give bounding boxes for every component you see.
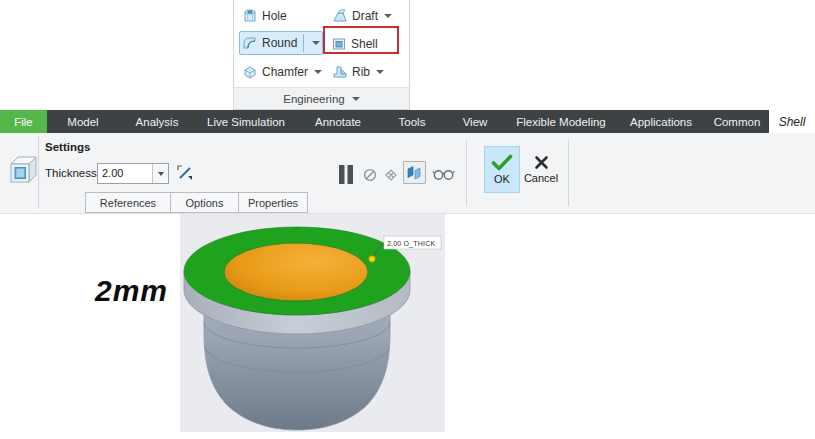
round-icon: [242, 35, 258, 51]
flip-direction-button[interactable]: [176, 164, 194, 182]
unattached-preview-icon: [383, 167, 399, 183]
ok-button[interactable]: OK: [484, 146, 520, 193]
tab-annotate[interactable]: Annotate: [297, 110, 379, 133]
cancel-button[interactable]: Cancel: [522, 146, 560, 193]
round-label: Round: [262, 36, 297, 50]
tab-references[interactable]: References: [85, 192, 170, 213]
attached-preview-button[interactable]: [403, 161, 426, 184]
no-preview-button[interactable]: [362, 167, 377, 182]
thickness-dropdown-button[interactable]: [152, 164, 168, 183]
ok-check-icon: [491, 154, 513, 171]
ribbon-tab-bar: File Model Analysis Live Simulation Anno…: [0, 110, 769, 133]
cancel-x-icon: [534, 155, 549, 170]
thickness-input[interactable]: 2.00: [97, 163, 169, 184]
thickness-drag-handle[interactable]: [369, 256, 375, 262]
tab-live-simulation[interactable]: Live Simulation: [195, 110, 297, 133]
tab-shell-contextual[interactable]: Shell: [769, 110, 815, 133]
application-window: Hole Draft Round Shell: [0, 0, 815, 439]
cancel-label: Cancel: [524, 172, 558, 184]
rib-dropdown-icon[interactable]: [376, 70, 384, 74]
rib-label: Rib: [352, 65, 370, 79]
engineering-group-label: Engineering: [283, 93, 344, 105]
chamfer-icon: [242, 64, 258, 80]
chamfer-dropdown-icon[interactable]: [314, 70, 322, 74]
pause-icon: [337, 164, 355, 185]
dashboard-divider: [568, 140, 569, 206]
tab-tools[interactable]: Tools: [379, 110, 445, 133]
graphics-viewport[interactable]: 2.00 O_THICK: [180, 214, 445, 432]
hole-button[interactable]: Hole: [242, 4, 287, 28]
engineering-group-button[interactable]: Engineering: [234, 87, 409, 109]
round-button[interactable]: Round: [239, 31, 323, 55]
tab-flexible-modeling[interactable]: Flexible Modeling: [505, 110, 617, 133]
rib-icon: [332, 64, 348, 80]
rib-button[interactable]: Rib: [332, 60, 384, 84]
dashboard-divider: [466, 140, 467, 206]
round-split-divider: [303, 34, 304, 52]
shell-feature-icon: [7, 153, 37, 187]
tab-file[interactable]: File: [0, 110, 47, 133]
tab-applications[interactable]: Applications: [617, 110, 705, 133]
settings-label: Settings: [45, 141, 90, 153]
shell-dashboard: Settings Thickness: 2.00 References Opti…: [0, 133, 815, 214]
thickness-value[interactable]: 2.00: [98, 164, 152, 183]
thickness-annotation-label: 2.00 O_THICK: [387, 240, 435, 248]
chamfer-label: Chamfer: [262, 65, 308, 79]
engineering-palette: Hole Draft Round Shell: [233, 0, 410, 110]
dashboard-panel-tabs: References Options Properties: [85, 192, 308, 213]
tab-properties[interactable]: Properties: [238, 192, 308, 213]
tab-model[interactable]: Model: [47, 110, 119, 133]
hole-label: Hole: [262, 9, 287, 23]
round-dropdown-icon[interactable]: [312, 41, 320, 45]
draft-button[interactable]: Draft: [332, 4, 392, 28]
shell-button[interactable]: Shell: [331, 32, 378, 56]
draft-label: Draft: [352, 9, 378, 23]
glasses-icon: [432, 168, 455, 181]
verify-button[interactable]: [431, 168, 455, 181]
hole-icon: [242, 8, 258, 24]
unattached-preview-button[interactable]: [382, 166, 399, 183]
engineering-dropdown-icon: [352, 97, 360, 101]
shell-label: Shell: [351, 37, 378, 51]
thickness-caption: 2mm: [95, 274, 168, 308]
shell-icon: [331, 36, 347, 52]
pause-button[interactable]: [336, 164, 356, 185]
chamfer-button[interactable]: Chamfer: [242, 60, 322, 84]
shell-model-3d: 2.00 O_THICK: [180, 214, 445, 432]
tab-view[interactable]: View: [445, 110, 505, 133]
model-cavity-face[interactable]: [224, 243, 368, 301]
tab-common[interactable]: Common: [705, 110, 769, 133]
draft-icon: [332, 8, 348, 24]
tab-analysis[interactable]: Analysis: [119, 110, 195, 133]
thickness-dropdown-icon: [158, 172, 164, 176]
tab-options[interactable]: Options: [170, 192, 238, 213]
attached-preview-icon: [406, 165, 423, 180]
dashboard-divider: [38, 137, 39, 209]
draft-dropdown-icon[interactable]: [384, 14, 392, 18]
no-preview-icon: [363, 168, 377, 182]
thickness-label: Thickness:: [45, 167, 100, 179]
ok-label: OK: [494, 173, 510, 185]
